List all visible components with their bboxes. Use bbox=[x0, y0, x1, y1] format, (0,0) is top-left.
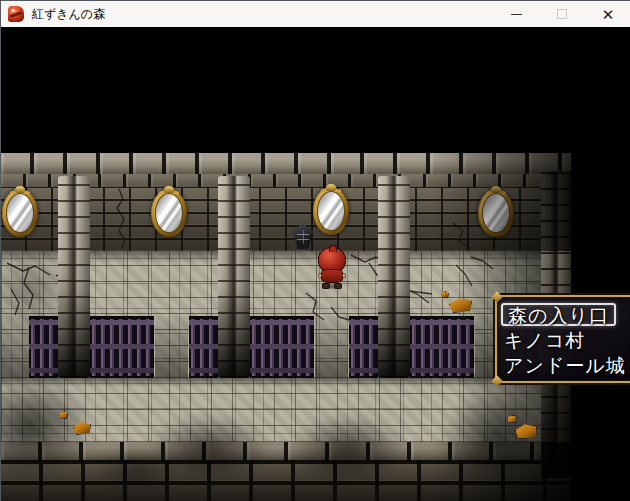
app-window: 紅ずきんの森 — □ ✕ bbox=[0, 0, 630, 501]
wall-mirror bbox=[151, 189, 187, 237]
character-hand bbox=[318, 273, 322, 278]
wall-mirror bbox=[2, 189, 38, 237]
game-viewport[interactable]: 森の入り口 キノコ村 アンドール城 bbox=[1, 27, 630, 501]
character-hand bbox=[342, 273, 346, 278]
character-foot bbox=[322, 283, 330, 289]
shadow-fade bbox=[431, 151, 571, 251]
menu-item-andor-castle[interactable]: アンドール城 bbox=[504, 353, 630, 378]
character-foot bbox=[334, 283, 342, 289]
player-character bbox=[317, 246, 347, 290]
minimize-button[interactable]: — bbox=[493, 1, 539, 27]
menu-item-mushroom-village[interactable]: キノコ村 bbox=[504, 328, 630, 353]
stone-pillar bbox=[218, 176, 250, 378]
selection-cursor: 森の入り口 bbox=[501, 303, 616, 326]
floor-shadow bbox=[289, 413, 407, 485]
prison-bars bbox=[250, 316, 314, 378]
maximize-button[interactable]: □ bbox=[539, 1, 585, 27]
window-controls: — □ ✕ bbox=[493, 1, 630, 27]
minimize-icon: — bbox=[511, 14, 522, 15]
wall-mirror bbox=[313, 187, 349, 235]
window-title: 紅ずきんの森 bbox=[32, 6, 105, 23]
floor-shadow bbox=[439, 393, 555, 483]
close-button[interactable]: ✕ bbox=[585, 1, 630, 27]
app-icon bbox=[8, 6, 24, 22]
floor-shadow bbox=[97, 447, 177, 493]
stone-pillar bbox=[378, 176, 410, 378]
prison-bars bbox=[349, 316, 378, 378]
maximize-icon: □ bbox=[557, 9, 567, 19]
prison-bars bbox=[189, 316, 218, 378]
title-bar: 紅ずきんの森 — □ ✕ bbox=[1, 1, 630, 27]
location-choice-window: 森の入り口 キノコ村 アンドール城 bbox=[495, 295, 630, 383]
prison-bars bbox=[90, 316, 154, 378]
close-icon: ✕ bbox=[602, 7, 615, 22]
character-body bbox=[321, 269, 343, 283]
menu-item-list: 森の入り口 キノコ村 アンドール城 bbox=[504, 303, 630, 378]
menu-item-forest-entrance[interactable]: 森の入り口 bbox=[504, 303, 630, 328]
